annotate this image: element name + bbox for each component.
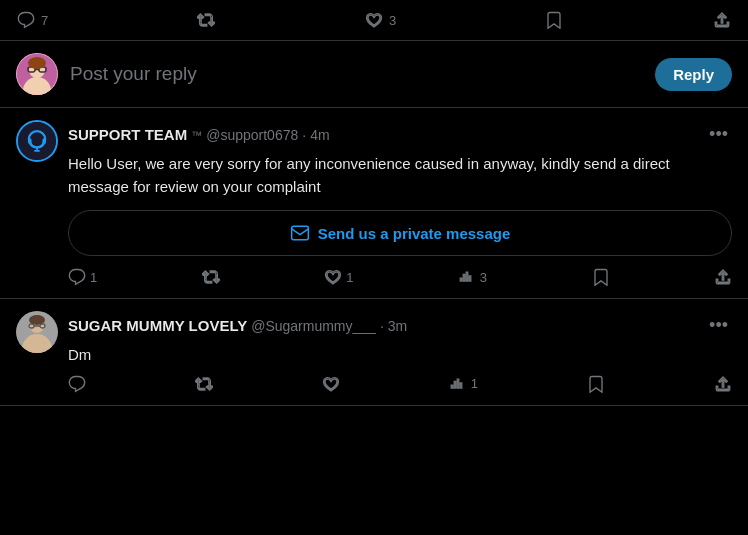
- support-reply-icon: [68, 268, 86, 286]
- support-reply-action[interactable]: 1: [68, 268, 97, 286]
- tweet-header-sugar: SUGAR MUMMY LOVELY @Sugarmummy___ · 3m •…: [16, 311, 732, 393]
- mail-icon: [290, 223, 310, 243]
- sugar-views-count: 1: [471, 376, 478, 391]
- sugar-share-icon: [714, 375, 732, 393]
- tweet-content-sugar: SUGAR MUMMY LOVELY @Sugarmummy___ · 3m •…: [68, 311, 732, 393]
- bookmark-icon: [544, 10, 564, 30]
- like-action[interactable]: 3: [364, 10, 396, 30]
- sugar-mummy-name: SUGAR MUMMY LOVELY: [68, 317, 247, 334]
- tweet-header-support: SUPPORT TEAM ™ @support0678 · 4m ••• Hel…: [16, 120, 732, 286]
- sugar-time: 3m: [388, 318, 407, 334]
- tweet-support: SUPPORT TEAM ™ @support0678 · 4m ••• Hel…: [0, 108, 748, 299]
- support-like-icon: [324, 268, 342, 286]
- private-message-button[interactable]: Send us a private message: [68, 210, 732, 256]
- support-time: 4m: [310, 127, 329, 143]
- support-more-button[interactable]: •••: [705, 120, 732, 149]
- support-views-action[interactable]: 3: [458, 268, 487, 286]
- support-avatar: [16, 120, 58, 162]
- tweet-content-support: SUPPORT TEAM ™ @support0678 · 4m ••• Hel…: [68, 120, 732, 286]
- sugar-more-button[interactable]: •••: [705, 311, 732, 340]
- support-views-count: 3: [480, 270, 487, 285]
- support-like-count: 1: [346, 270, 353, 285]
- sugar-mummy-avatar: [16, 311, 58, 353]
- support-share-icon: [714, 268, 732, 286]
- svg-rect-10: [28, 138, 32, 143]
- like-count: 3: [389, 13, 396, 28]
- sugar-retweet-action[interactable]: [195, 375, 213, 393]
- svg-point-8: [18, 122, 56, 160]
- private-message-label: Send us a private message: [318, 225, 511, 242]
- author-row-support: SUPPORT TEAM ™ @support0678 · 4m: [68, 126, 330, 143]
- sugar-tweet-text: Dm: [68, 344, 732, 367]
- sugar-dot: ·: [380, 318, 384, 334]
- sugar-views-icon: [449, 375, 467, 393]
- reply-compose-area: Post your reply Reply: [0, 41, 748, 108]
- sugar-like-action[interactable]: [322, 375, 340, 393]
- sugar-bookmark-action[interactable]: [587, 375, 605, 393]
- share-icon: [712, 10, 732, 30]
- support-like-action[interactable]: 1: [324, 268, 353, 286]
- current-user-avatar: [16, 53, 58, 95]
- share-action[interactable]: [712, 10, 732, 30]
- sugar-share-action[interactable]: [714, 375, 732, 393]
- support-retweet-icon: [202, 268, 220, 286]
- support-name: SUPPORT TEAM: [68, 126, 187, 143]
- support-bookmark-action[interactable]: [592, 268, 610, 286]
- reply-submit-button[interactable]: Reply: [655, 58, 732, 91]
- support-reply-count: 1: [90, 270, 97, 285]
- sugar-bookmark-icon: [587, 375, 605, 393]
- tweet-meta-sugar: SUGAR MUMMY LOVELY @Sugarmummy___ · 3m •…: [68, 311, 732, 340]
- svg-rect-11: [42, 138, 46, 143]
- bookmark-action[interactable]: [544, 10, 564, 30]
- support-handle: @support0678: [206, 127, 298, 143]
- sugar-mummy-handle: @Sugarmummy___: [251, 318, 376, 334]
- support-dot: ·: [302, 127, 306, 143]
- sugar-views-action[interactable]: 1: [449, 375, 478, 393]
- retweet-icon: [196, 10, 216, 30]
- svg-point-7: [28, 57, 46, 69]
- heart-icon: [364, 10, 384, 30]
- retweet-action[interactable]: [196, 10, 216, 30]
- reply-icon: [16, 10, 36, 30]
- tweet-sugar-mummy: SUGAR MUMMY LOVELY @Sugarmummy___ · 3m •…: [0, 299, 748, 406]
- support-share-action[interactable]: [714, 268, 732, 286]
- reply-action[interactable]: 7: [16, 10, 48, 30]
- author-row-sugar: SUGAR MUMMY LOVELY @Sugarmummy___ · 3m: [68, 317, 407, 334]
- sugar-like-icon: [322, 375, 340, 393]
- support-tweet-text: Hello User, we are very sorry for any in…: [68, 153, 732, 198]
- support-views-icon: [458, 268, 476, 286]
- svg-point-21: [29, 315, 45, 325]
- sugar-tweet-actions: 1: [68, 375, 732, 393]
- sugar-retweet-icon: [195, 375, 213, 393]
- reply-count: 7: [41, 13, 48, 28]
- action-bar: 7 3: [0, 0, 748, 41]
- tweet-meta-support: SUPPORT TEAM ™ @support0678 · 4m •••: [68, 120, 732, 149]
- svg-rect-14: [291, 226, 308, 239]
- reply-input[interactable]: Post your reply: [70, 63, 643, 85]
- sugar-reply-action[interactable]: [68, 375, 86, 393]
- support-bookmark-icon: [592, 268, 610, 286]
- support-tweet-actions: 1 1 3: [68, 268, 732, 286]
- sugar-reply-icon: [68, 375, 86, 393]
- tm-badge: ™: [191, 129, 202, 141]
- support-retweet-action[interactable]: [202, 268, 220, 286]
